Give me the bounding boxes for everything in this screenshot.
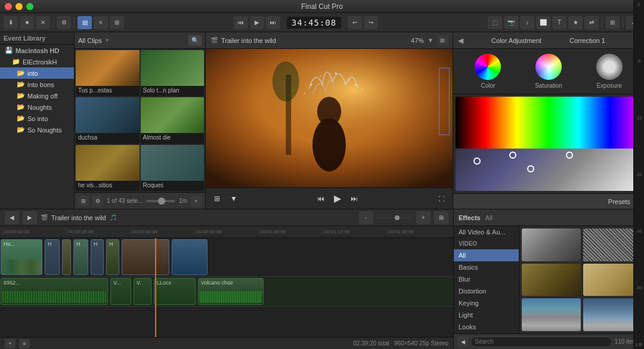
- clip-llocs[interactable]: LLocs: [154, 278, 196, 305]
- add-to-timeline-button[interactable]: +: [191, 196, 202, 206]
- undo-button[interactable]: ↩: [348, 16, 362, 29]
- list-view-button[interactable]: ≡: [94, 16, 108, 29]
- color-control-dot-3[interactable]: [566, 152, 573, 159]
- presets-button[interactable]: Presets ▼: [453, 193, 644, 209]
- effects-button[interactable]: ★: [568, 16, 583, 29]
- timeline-zoom-out[interactable]: -: [359, 211, 373, 224]
- effects-distortion-item[interactable]: Distortion: [454, 285, 519, 297]
- effects-back-button[interactable]: ◀: [457, 336, 468, 347]
- effects-search-input[interactable]: [470, 336, 612, 347]
- filmstrip-view-button[interactable]: ▤: [78, 16, 92, 29]
- effects-all-video-item[interactable]: All Video & Au...: [454, 226, 519, 238]
- grid-view-button[interactable]: ⊞: [110, 16, 124, 29]
- sidebar-item-electronikh[interactable]: 📁 ElEctronikH: [0, 56, 74, 67]
- music-button[interactable]: ♪: [520, 16, 534, 29]
- zoom-dropdown[interactable]: ▼: [428, 37, 434, 44]
- sidebar-item-so-noughts[interactable]: 📂 So Noughts: [0, 124, 74, 135]
- sidebar-item-so-into[interactable]: 📂 So into: [0, 113, 74, 124]
- play-button[interactable]: ▶: [250, 16, 264, 29]
- clip-tus-p[interactable]: Tus p...estas: [76, 50, 140, 96]
- text-button[interactable]: T: [552, 16, 566, 29]
- clip-duchsa[interactable]: duchsa: [76, 97, 140, 143]
- sidebar-item-making-off[interactable]: 📂 Making off: [0, 90, 74, 101]
- color-tool-color[interactable]: Color: [475, 54, 501, 89]
- effects-looks-item[interactable]: Looks: [454, 321, 519, 333]
- color-tool-exposure[interactable]: Exposure: [596, 54, 623, 89]
- clip-h6[interactable]: H: [106, 239, 119, 275]
- maximize-button[interactable]: [26, 3, 33, 10]
- zoom-dropdown-button[interactable]: ▼: [227, 192, 240, 205]
- timeline-back-button[interactable]: ◀: [5, 211, 19, 224]
- bg-button[interactable]: ⬜: [536, 16, 550, 29]
- browser-search-button[interactable]: 🔍: [188, 35, 202, 46]
- effects-all-item[interactable]: All: [454, 249, 519, 261]
- clip-v7[interactable]: [122, 239, 169, 275]
- sidebar-item-macintosh-hd[interactable]: 💾 Macintosh HD: [0, 45, 74, 56]
- clip-v2[interactable]: V...: [110, 278, 131, 305]
- playhead[interactable]: [155, 238, 156, 337]
- go-forward-button[interactable]: ⏭: [266, 16, 280, 29]
- clip-volcano[interactable]: Volcano choir: [198, 278, 264, 305]
- reject-button[interactable]: ✕: [36, 16, 50, 29]
- effects-blur-item[interactable]: Blur: [454, 273, 519, 285]
- clip-h5[interactable]: H: [91, 239, 104, 275]
- preview-options-button[interactable]: ⊞: [437, 35, 448, 46]
- connections-button[interactable]: ⊞: [605, 16, 620, 29]
- go-to-end-button[interactable]: ⏭: [348, 192, 361, 205]
- timeline-zoom-in[interactable]: +: [416, 211, 431, 224]
- effects-all-label[interactable]: All: [485, 214, 493, 221]
- sidebar-item-into[interactable]: 📂 into: [0, 67, 74, 79]
- effect-50s-tv[interactable]: 50s TV: [522, 228, 581, 261]
- timeline-zoom-thumb[interactable]: [395, 215, 400, 220]
- zoom-fit-button[interactable]: ⊞: [210, 192, 224, 205]
- timeline-forward-button[interactable]: ▶: [23, 211, 37, 224]
- add-track-button[interactable]: +: [5, 339, 16, 348]
- effects-light-item[interactable]: Light: [454, 309, 519, 321]
- clips-dropdown-arrow[interactable]: ▼: [104, 37, 110, 44]
- minimize-button[interactable]: [16, 3, 23, 10]
- import-button[interactable]: ⬇: [4, 16, 18, 29]
- back-button-color[interactable]: ◀: [458, 36, 463, 45]
- close-button[interactable]: [5, 3, 12, 10]
- clip-options-button[interactable]: ⚙: [92, 196, 103, 206]
- clip-6952[interactable]: 6952...: [1, 278, 108, 305]
- color-gradient-area[interactable]: +: [456, 97, 642, 191]
- effects-basics-item[interactable]: Basics: [454, 261, 519, 273]
- clip-v3a[interactable]: V.: [134, 278, 151, 305]
- transitions-button[interactable]: ⇄: [584, 16, 599, 29]
- effect-mountain-1[interactable]: [522, 298, 581, 331]
- go-to-start-button[interactable]: ⏮: [314, 192, 327, 205]
- color-control-dot-4[interactable]: [527, 165, 534, 172]
- timeline-clip-icon: 🎬: [41, 214, 48, 221]
- color-control-dot-2[interactable]: [509, 152, 516, 159]
- play-pause-button[interactable]: ▶: [331, 192, 344, 205]
- color-control-dot-1[interactable]: [473, 157, 481, 165]
- go-back-button[interactable]: ⏮: [234, 16, 248, 29]
- clip-v3[interactable]: [62, 239, 71, 275]
- share-button[interactable]: ★: [20, 16, 34, 29]
- clip-appearance-button[interactable]: ⊞: [78, 196, 89, 206]
- effect-aged-film[interactable]: Aged Film: [522, 264, 581, 297]
- sidebar-item-noughts1[interactable]: 📂 Noughts: [0, 101, 74, 113]
- fullscreen-button[interactable]: ⛶: [435, 192, 448, 205]
- color-tool-saturation[interactable]: Saturation: [535, 54, 562, 89]
- clip-h2[interactable]: H: [45, 239, 60, 275]
- duration-slider-thumb[interactable]: [158, 197, 165, 205]
- clip-solo-t[interactable]: Solo t...n plan: [141, 50, 205, 96]
- camera-button[interactable]: 📷: [504, 16, 518, 29]
- duration-slider[interactable]: [146, 200, 175, 202]
- redo-button[interactable]: ↪: [364, 16, 378, 29]
- clip-h4[interactable]: H: [73, 239, 88, 275]
- timeline-options[interactable]: ⊞: [434, 211, 448, 224]
- timeline-zoom-slider[interactable]: [377, 217, 413, 219]
- list-button[interactable]: ≡: [19, 339, 30, 348]
- clip-ha[interactable]: Ha...: [1, 239, 42, 275]
- clip-roques[interactable]: Roques: [141, 145, 205, 191]
- clip-almost-die[interactable]: Almost die: [141, 97, 205, 143]
- sidebar-item-into-bons[interactable]: 📂 into bons: [0, 79, 74, 90]
- effects-keying-item[interactable]: Keying: [454, 297, 519, 309]
- clip-v8[interactable]: [172, 239, 208, 275]
- settings-button[interactable]: ⚙: [57, 16, 71, 29]
- transform-button[interactable]: ⬚: [488, 16, 502, 29]
- clip-he-vis[interactable]: he vis...sitios: [76, 145, 140, 191]
